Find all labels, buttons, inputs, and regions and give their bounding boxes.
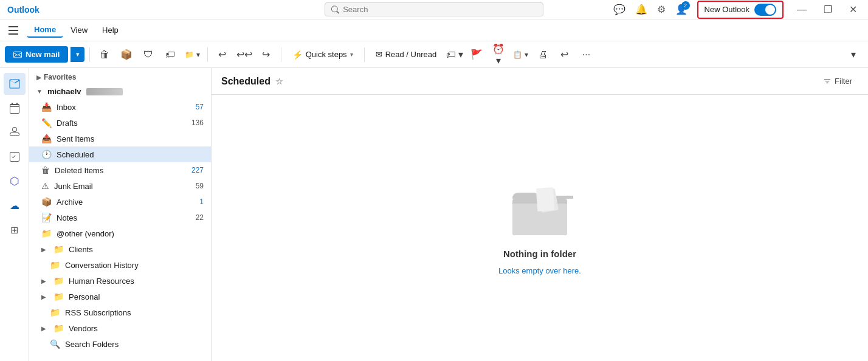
restore-button[interactable]: ❐	[820, 4, 836, 15]
settings-icon[interactable]: ⚙	[657, 4, 666, 15]
folder-sidebar: ▶ Favorites ▼ michaelv 📥 Inbox 57 ✏️ Dra…	[29, 68, 212, 361]
folder-drafts[interactable]: ✏️ Drafts 136	[29, 115, 211, 131]
assign-button[interactable]: 📋 ▾	[511, 45, 530, 64]
title-bar-controls: 💬 🔔 ⚙ 👤 2 New Outlook — ❐ ✕	[613, 1, 861, 19]
search-input[interactable]	[343, 5, 537, 14]
folder-inbox-label: Inbox	[57, 103, 191, 112]
new-mail-dropdown-button[interactable]: ▾	[71, 47, 84, 62]
new-outlook-toggle[interactable]	[754, 4, 776, 16]
quick-steps-button[interactable]: ⚡ Quick steps ▾	[286, 47, 359, 62]
move-button[interactable]: 📁 ▾	[182, 45, 202, 64]
empty-state: Nothing in folder Looks empty over here.	[212, 95, 868, 361]
bell-icon[interactable]: 🔔	[635, 4, 647, 15]
nav-calendar[interactable]	[4, 97, 26, 119]
folder-deleted-count: 227	[191, 166, 204, 174]
forward-button[interactable]: ↪	[257, 45, 276, 64]
folder-archive-label: Archive	[57, 198, 195, 207]
account-item[interactable]: ▼ michaelv	[29, 84, 211, 99]
delete-button[interactable]: 🗑	[95, 45, 114, 64]
folder-drafts-count: 136	[191, 119, 204, 127]
email-area-header: Scheduled ☆ Filter	[212, 68, 868, 95]
nav-teams[interactable]: ⬡	[4, 170, 26, 192]
nav-todo[interactable]	[4, 146, 26, 168]
junk-button[interactable]: 🛡	[139, 45, 158, 64]
folder-rss-label: RSS Subscriptions	[65, 308, 204, 317]
empty-state-subtitle[interactable]: Looks empty over here.	[498, 266, 581, 275]
search-icon	[331, 5, 339, 14]
folder-personal[interactable]: ▶ 📁 Personal	[29, 289, 211, 304]
folder-other-label: @other (vendor)	[57, 229, 204, 238]
account-name: michaelv	[47, 87, 81, 96]
chat-icon[interactable]: 💬	[613, 4, 625, 15]
clients-chevron-icon: ▶	[41, 246, 46, 253]
folder-notes[interactable]: 📝 Notes 22	[29, 210, 211, 225]
expand-button[interactable]: ▾	[844, 45, 863, 64]
read-unread-button[interactable]: ✉ Read / Unread	[370, 47, 443, 61]
folder-personal-label: Personal	[69, 292, 204, 301]
nav-onedrive[interactable]: ☁	[4, 194, 26, 216]
read-unread-label: Read / Unread	[385, 50, 437, 59]
archive-button[interactable]: 📦	[117, 45, 136, 64]
menu-view[interactable]: View	[63, 23, 95, 37]
hamburger-button[interactable]	[5, 22, 22, 39]
folder-deleted-label: Deleted Items	[55, 166, 187, 175]
undo-button[interactable]: ↩	[555, 45, 574, 64]
nav-apps[interactable]: ⊞	[4, 219, 26, 241]
folder-sent-label: Sent Items	[57, 134, 204, 143]
favorites-chevron-icon: ▶	[36, 74, 41, 81]
folder-search[interactable]: 🔍 Search Folders	[29, 336, 211, 352]
snooze-button[interactable]: ⏰ ▾	[489, 45, 508, 64]
folder-sent[interactable]: 📤 Sent Items	[29, 131, 211, 146]
filter-label: Filter	[835, 77, 852, 86]
vendors-chevron-icon: ▶	[41, 325, 46, 332]
folder-hr[interactable]: ▶ 📁 Human Resources	[29, 273, 211, 289]
new-mail-button[interactable]: New mail	[5, 46, 68, 63]
folder-inbox-count: 57	[196, 103, 204, 111]
nav-mail[interactable]	[4, 73, 26, 95]
menu-help[interactable]: Help	[95, 23, 126, 37]
minimize-button[interactable]: —	[793, 4, 810, 15]
flag-button[interactable]: 🚩	[467, 45, 486, 64]
folder-scheduled-label: Scheduled	[57, 150, 204, 159]
close-button[interactable]: ✕	[846, 4, 861, 15]
new-mail-label: New mail	[26, 50, 60, 59]
folder-deleted[interactable]: 🗑 Deleted Items 227	[29, 162, 211, 178]
folder-vendors[interactable]: ▶ 📁 Vendors	[29, 320, 211, 336]
toolbar-separator-4	[364, 47, 365, 62]
notes-icon: 📝	[41, 213, 52, 222]
nav-people[interactable]	[4, 122, 26, 143]
search-box[interactable]	[325, 2, 543, 16]
more-button[interactable]: ···	[577, 45, 596, 64]
empty-state-title: Nothing in folder	[503, 249, 576, 259]
tag-button[interactable]: 🏷	[160, 45, 180, 64]
vendors-icon: 📁	[53, 323, 64, 333]
reply-all-button[interactable]: ↩↩	[235, 45, 254, 64]
people-icon[interactable]: 👤 2	[675, 4, 687, 15]
svg-rect-3	[536, 187, 555, 211]
filter-button[interactable]: Filter	[817, 74, 858, 88]
folder-junk[interactable]: ⚠ Junk Email 59	[29, 178, 211, 194]
hr-chevron-icon: ▶	[41, 278, 46, 284]
email-area: Scheduled ☆ Filter	[212, 68, 868, 361]
folder-conversation-history[interactable]: 📁 Conversation History	[29, 257, 211, 273]
drafts-icon: ✏️	[41, 118, 52, 128]
menu-home[interactable]: Home	[27, 22, 63, 38]
tag-dropdown-button[interactable]: 🏷 ▾	[445, 45, 464, 64]
favorites-header[interactable]: ▶ Favorites	[29, 70, 211, 84]
folder-inbox[interactable]: 📥 Inbox 57	[29, 99, 211, 115]
folder-other[interactable]: 📁 @other (vendor)	[29, 225, 211, 241]
folder-hr-label: Human Resources	[69, 277, 204, 286]
folder-rss[interactable]: 📁 RSS Subscriptions	[29, 304, 211, 320]
folder-scheduled[interactable]: 🕐 Scheduled	[29, 146, 211, 162]
toolbar-separator-2	[207, 47, 208, 62]
print-button[interactable]: 🖨	[533, 45, 553, 64]
main-layout: ⬡ ☁ ⊞ ▶ Favorites ▼ michaelv 📥 Inbox 57 …	[0, 68, 868, 361]
empty-folder-illustration	[506, 180, 573, 241]
reply-button[interactable]: ↩	[213, 45, 232, 64]
archive-icon: 📦	[41, 197, 52, 207]
icon-rail: ⬡ ☁ ⊞	[0, 68, 29, 361]
junk-icon: ⚠	[41, 181, 49, 191]
folder-archive[interactable]: 📦 Archive 1	[29, 194, 211, 210]
folder-clients[interactable]: ▶ 📁 Clients	[29, 241, 211, 257]
favorite-star-icon[interactable]: ☆	[275, 77, 283, 86]
